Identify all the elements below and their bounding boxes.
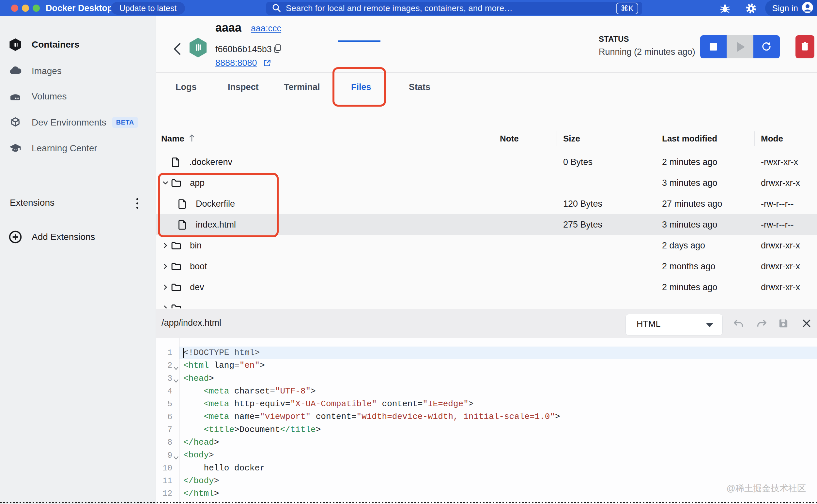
close-editor-icon[interactable] bbox=[801, 318, 813, 330]
column-header-size[interactable]: Size bbox=[557, 130, 658, 147]
stop-button[interactable] bbox=[700, 35, 727, 58]
table-row-.dockerenv[interactable]: .dockerenv0 Bytes2 minutes ago-rwxr-xr-x bbox=[156, 152, 817, 172]
cell-mode: -rwxr-xr-x bbox=[754, 157, 817, 167]
code-content: </head> bbox=[179, 436, 817, 449]
tab-logs[interactable]: Logs bbox=[175, 82, 197, 92]
text-cursor bbox=[183, 348, 184, 358]
learning-center-icon bbox=[8, 141, 22, 155]
external-link-icon[interactable] bbox=[263, 59, 272, 68]
line-number: 10 bbox=[156, 464, 172, 473]
redo-icon[interactable] bbox=[756, 318, 768, 330]
plus-circle-icon bbox=[8, 230, 22, 244]
code-line-1[interactable]: 1<!DOCTYPE html> bbox=[156, 347, 817, 359]
cell-modified: 3 minutes ago bbox=[658, 178, 754, 188]
table-row-bin[interactable]: bin2 days agodrwxr-xr-x bbox=[156, 235, 817, 256]
column-header-mode[interactable]: Mode bbox=[754, 130, 817, 147]
table-row-Dockerfile[interactable]: Dockerfile120 Bytes27 minutes ago-rw-r--… bbox=[156, 193, 817, 214]
line-number: 1 bbox=[156, 348, 172, 358]
sort-ascending-icon bbox=[188, 134, 195, 144]
code-line-4[interactable]: 4 <meta charset="UTF-8"> bbox=[156, 385, 817, 398]
container-id: f660b6b145b3 bbox=[216, 44, 272, 54]
sidebar-item-dev-environments[interactable]: Dev EnvironmentsBETA bbox=[0, 112, 156, 132]
copy-icon[interactable] bbox=[273, 44, 282, 55]
editor-header: /app/index.html HTML bbox=[156, 309, 817, 338]
file-icon bbox=[177, 219, 187, 230]
cell-mode: -rw-r--r-- bbox=[754, 199, 817, 209]
port-mapping-link[interactable]: 8888:8080 bbox=[216, 58, 257, 68]
table-row-partial[interactable] bbox=[156, 298, 817, 308]
add-extensions-label: Add Extensions bbox=[32, 232, 95, 242]
fold-arrow-icon[interactable] bbox=[172, 451, 179, 460]
image-tag-link[interactable]: aaa:ccc bbox=[251, 23, 281, 34]
code-content: <meta name="viewport" content="width=dev… bbox=[179, 410, 817, 423]
avatar-icon bbox=[801, 1, 814, 15]
code-editor[interactable]: 1<!DOCTYPE html>2<html lang="en">3<head>… bbox=[156, 338, 817, 504]
start-button-disabled[interactable] bbox=[727, 35, 753, 58]
settings-gear-icon[interactable] bbox=[746, 3, 757, 14]
beta-badge: BETA bbox=[112, 117, 138, 128]
trash-icon bbox=[800, 41, 810, 52]
code-line-6[interactable]: 6 <meta name="viewport" content="width=d… bbox=[156, 410, 817, 423]
sidebar-item-images[interactable]: Images bbox=[0, 61, 156, 81]
restart-button[interactable] bbox=[753, 35, 780, 58]
code-line-7[interactable]: 7 <title>Document</title> bbox=[156, 423, 817, 436]
sidebar-item-learning-center[interactable]: Learning Center bbox=[0, 138, 156, 158]
cell-size: 275 Bytes bbox=[557, 220, 658, 230]
file-icon bbox=[171, 157, 181, 167]
tab-stats[interactable]: Stats bbox=[409, 82, 430, 92]
file-name: dev bbox=[190, 282, 204, 292]
tab-files[interactable]: Files bbox=[351, 82, 371, 92]
line-number: 8 bbox=[156, 438, 172, 447]
code-line-8[interactable]: 8</head> bbox=[156, 436, 817, 449]
sidebar-item-volumes[interactable]: Volumes bbox=[0, 86, 156, 107]
search-placeholder: Search for local and remote images, cont… bbox=[286, 3, 616, 13]
column-header-note[interactable]: Note bbox=[494, 130, 557, 147]
back-icon[interactable] bbox=[172, 42, 182, 57]
status-value: Running (2 minutes ago) bbox=[599, 47, 695, 57]
chevron-right-icon[interactable] bbox=[161, 242, 170, 249]
update-to-latest-button[interactable]: Update to latest bbox=[111, 2, 185, 15]
window-zoom-button[interactable] bbox=[33, 5, 40, 12]
code-content: <meta charset="UTF-8"> bbox=[179, 385, 817, 398]
fold-spacer bbox=[172, 463, 179, 473]
table-row-dev[interactable]: dev2 minutes agodrwxr-xr-x bbox=[156, 277, 817, 298]
column-header-name[interactable]: Name bbox=[156, 130, 494, 147]
column-header-last-modified[interactable]: Last modified bbox=[658, 130, 754, 147]
chevron-right-icon[interactable] bbox=[161, 263, 170, 270]
code-line-5[interactable]: 5 <meta http-equiv="X-UA-Compatible" con… bbox=[156, 398, 817, 410]
save-icon[interactable] bbox=[778, 318, 790, 330]
table-row-app[interactable]: app3 minutes agodrwxr-xr-x bbox=[156, 172, 817, 193]
search-input[interactable]: Search for local and remote images, cont… bbox=[266, 2, 642, 15]
fold-arrow-icon[interactable] bbox=[172, 374, 179, 383]
language-select[interactable]: HTML bbox=[626, 314, 723, 335]
chevron-down-icon[interactable] bbox=[161, 179, 170, 186]
sign-in-label: Sign in bbox=[772, 3, 798, 13]
file-name: .dockerenv bbox=[189, 157, 232, 167]
tab-inspect[interactable]: Inspect bbox=[228, 82, 259, 92]
code-line-3[interactable]: 3<head> bbox=[156, 372, 817, 385]
chevron-right-icon[interactable] bbox=[161, 304, 170, 308]
code-line-9[interactable]: 9<body> bbox=[156, 449, 817, 462]
window-close-button[interactable] bbox=[11, 5, 18, 12]
keyboard-shortcut-badge: ⌘K bbox=[616, 3, 638, 14]
play-icon bbox=[737, 42, 745, 52]
cell-mode: drwxr-xr-x bbox=[754, 261, 817, 272]
chevron-right-icon[interactable] bbox=[161, 284, 170, 291]
window-minimize-button[interactable] bbox=[22, 5, 29, 12]
table-row-boot[interactable]: boot2 months agodrwxr-xr-x bbox=[156, 256, 817, 277]
undo-icon[interactable] bbox=[733, 318, 744, 330]
code-line-10[interactable]: 10 hello docker bbox=[156, 462, 817, 475]
container-hexagon-icon bbox=[188, 37, 208, 59]
bug-report-icon[interactable] bbox=[720, 3, 731, 14]
sign-in-button[interactable]: Sign in bbox=[765, 0, 817, 16]
delete-button[interactable] bbox=[795, 35, 814, 58]
sidebar-item-containers[interactable]: Containers bbox=[0, 35, 156, 55]
code-content: <title>Document</title> bbox=[179, 423, 817, 436]
fold-arrow-icon[interactable] bbox=[172, 361, 179, 371]
code-line-2[interactable]: 2<html lang="en"> bbox=[156, 359, 817, 372]
extensions-menu-icon[interactable] bbox=[132, 196, 143, 211]
cell-modified: 27 minutes ago bbox=[658, 199, 754, 209]
table-row-index.html[interactable]: index.html275 Bytes3 minutes ago-rw-r--r… bbox=[156, 214, 817, 235]
tab-terminal[interactable]: Terminal bbox=[284, 82, 320, 92]
add-extensions-button[interactable]: Add Extensions bbox=[0, 227, 156, 247]
